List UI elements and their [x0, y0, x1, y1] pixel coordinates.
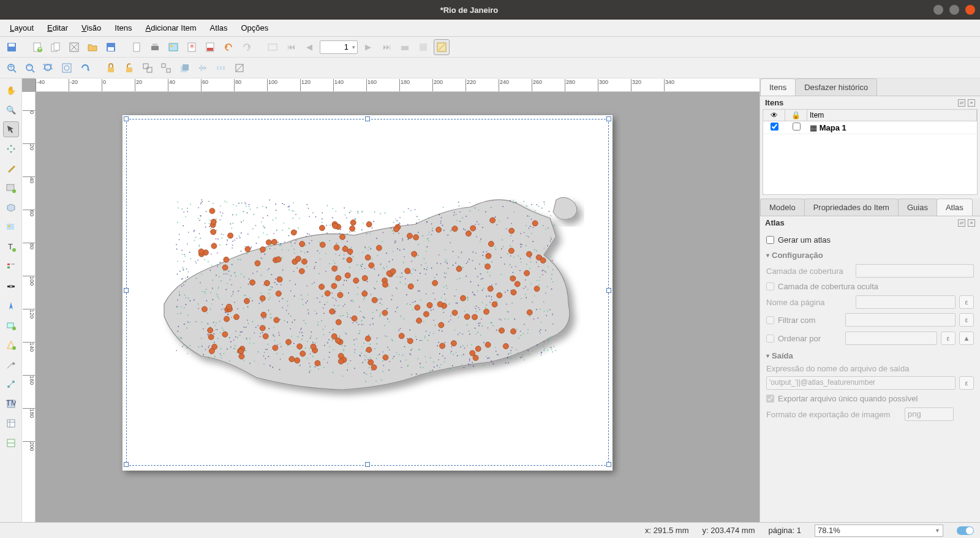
atlas-export-icon[interactable]: [415, 39, 431, 55]
atlas-preview-icon[interactable]: [265, 39, 281, 55]
atlas-page-input[interactable]: 1: [320, 40, 358, 54]
menu-layout[interactable]: LLayoutayout: [4, 21, 40, 35]
add-picture-icon[interactable]: [3, 219, 19, 235]
page-icon[interactable]: [129, 39, 145, 55]
zoom-in-icon[interactable]: +: [4, 60, 20, 76]
resize-handle-ne[interactable]: [606, 116, 611, 121]
add-3dmap-icon[interactable]: [3, 200, 19, 216]
menu-itens[interactable]: Itens: [108, 21, 138, 35]
raise-icon[interactable]: [176, 60, 192, 76]
new-layout-icon[interactable]: +: [29, 39, 45, 55]
add-legend-icon[interactable]: [3, 259, 19, 275]
page-name-input[interactable]: [856, 295, 956, 309]
expression-button-icon[interactable]: ε: [959, 295, 974, 309]
tab-atlas[interactable]: Atlas: [937, 199, 973, 216]
pan-tool-icon[interactable]: ✋: [3, 82, 19, 98]
sort-direction-icon[interactable]: ▲: [959, 332, 974, 345]
prev-feature-icon[interactable]: ◀: [301, 39, 317, 55]
close-pane-icon[interactable]: ×: [968, 219, 975, 227]
menu-atlas[interactable]: Atlas: [204, 21, 234, 35]
lock-icon[interactable]: [103, 60, 119, 76]
expression-button-icon[interactable]: ε: [941, 332, 956, 345]
resize-handle-se[interactable]: [606, 462, 611, 467]
menu-opcoes[interactable]: Opções: [235, 21, 275, 35]
add-shape-icon[interactable]: [3, 317, 19, 333]
next-feature-icon[interactable]: ▶: [360, 39, 376, 55]
add-label-icon[interactable]: T: [3, 239, 19, 255]
undo-icon[interactable]: [221, 39, 236, 55]
ungroup-icon[interactable]: [158, 60, 174, 76]
dock-icon[interactable]: ▱: [958, 219, 965, 227]
add-scalebar-icon[interactable]: [3, 278, 19, 294]
format-select[interactable]: png: [905, 407, 954, 421]
group-configuracao[interactable]: Configuração: [766, 251, 974, 260]
output-expr-input[interactable]: 'output_'||@atlas_featurenumber: [766, 376, 956, 390]
export-svg-icon[interactable]: ✶: [184, 39, 200, 55]
filter-input[interactable]: [845, 313, 956, 327]
add-arrow-icon[interactable]: [3, 357, 19, 373]
menu-visao[interactable]: Visão: [75, 21, 107, 35]
add-marker-icon[interactable]: [3, 337, 19, 353]
redo-icon[interactable]: [239, 39, 255, 55]
generate-atlas-row[interactable]: Gerar um atlas: [766, 233, 974, 247]
sort-input[interactable]: [845, 332, 937, 345]
align-icon[interactable]: [195, 60, 211, 76]
add-map-icon[interactable]: [3, 180, 19, 196]
edit-nodes-tool-icon[interactable]: [3, 161, 19, 176]
generate-atlas-checkbox[interactable]: [766, 236, 774, 244]
window-maximize-icon[interactable]: [949, 5, 959, 15]
add-attribute-table-icon[interactable]: [3, 415, 19, 431]
distribute-icon[interactable]: [213, 60, 229, 76]
status-toggle-icon[interactable]: [957, 526, 974, 535]
item-lock-checkbox[interactable]: [793, 123, 801, 131]
atlas-settings-icon[interactable]: [434, 39, 450, 55]
tab-undo-history[interactable]: Desfazer histórico: [795, 78, 877, 96]
unlock-icon[interactable]: [121, 60, 137, 76]
save-icon[interactable]: [4, 39, 20, 55]
close-pane-icon[interactable]: ×: [968, 99, 975, 107]
zoom-select[interactable]: 78.1%▼: [815, 525, 943, 537]
select-tool-icon[interactable]: [3, 121, 19, 137]
duplicate-layout-icon[interactable]: [48, 39, 64, 55]
dock-icon[interactable]: ▱: [958, 99, 965, 107]
window-minimize-icon[interactable]: [933, 5, 943, 15]
item-row-mapa1[interactable]: ▦ Mapa 1: [763, 121, 977, 134]
layout-canvas[interactable]: -40-200204060801001201401601802002202402…: [22, 78, 760, 522]
zoom-actual-icon[interactable]: 1:1: [40, 60, 56, 76]
zoom-out-icon[interactable]: −: [22, 60, 38, 76]
manage-layouts-icon[interactable]: [66, 39, 82, 55]
resize-handle-n[interactable]: [365, 116, 370, 121]
export-pdf-icon[interactable]: [202, 39, 218, 55]
resize-handle-e[interactable]: [606, 288, 611, 293]
add-html-icon[interactable]: HTML: [3, 396, 19, 412]
add-northarrow-icon[interactable]: [3, 298, 19, 314]
item-visibility-checkbox[interactable]: [771, 123, 778, 131]
save-template-icon[interactable]: [103, 39, 119, 55]
resize-handle-sw[interactable]: [124, 462, 129, 467]
add-node-item-icon[interactable]: [3, 376, 19, 392]
expression-button-icon[interactable]: ε: [959, 313, 974, 327]
group-icon[interactable]: [140, 60, 156, 76]
expression-button-icon[interactable]: ε: [959, 376, 974, 390]
resize-icon[interactable]: [232, 60, 247, 76]
export-image-icon[interactable]: [165, 39, 181, 55]
first-feature-icon[interactable]: ⏮: [283, 39, 299, 55]
tab-guias[interactable]: Guias: [898, 199, 937, 216]
window-close-icon[interactable]: [965, 5, 975, 15]
tab-items[interactable]: Itens: [760, 78, 796, 96]
zoom-tool-icon[interactable]: 🔍: [3, 102, 19, 118]
last-feature-icon[interactable]: ⏭: [379, 39, 394, 55]
coverage-select[interactable]: [856, 264, 974, 278]
menu-adicionar-item[interactable]: Adicionar Item: [140, 21, 203, 35]
resize-handle-w[interactable]: [124, 288, 129, 293]
refresh-icon[interactable]: [77, 60, 93, 76]
resize-handle-s[interactable]: [365, 462, 370, 467]
menu-editar[interactable]: Editar: [41, 21, 74, 35]
group-saida[interactable]: Saída: [766, 351, 974, 360]
open-folder-icon[interactable]: [85, 39, 100, 55]
tab-modelo[interactable]: Modelo: [760, 199, 805, 216]
move-content-tool-icon[interactable]: [3, 141, 19, 157]
canvas-viewport[interactable]: [36, 92, 760, 522]
atlas-print-icon[interactable]: [397, 39, 413, 55]
zoom-full-icon[interactable]: [59, 60, 75, 76]
